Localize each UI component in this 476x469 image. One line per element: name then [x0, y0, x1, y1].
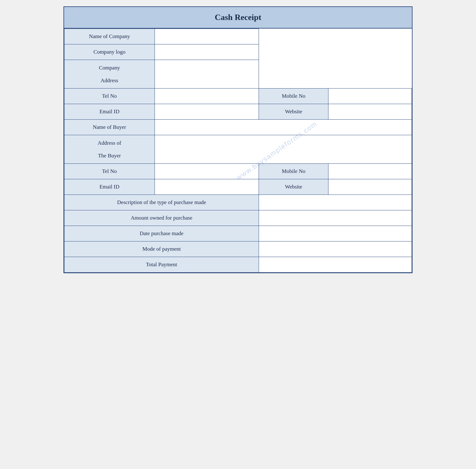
table-row: Name of Company [64, 29, 412, 44]
date-value[interactable] [259, 226, 412, 241]
table-row: Name of Buyer [64, 120, 412, 135]
table-row: Address of The Buyer [64, 135, 412, 164]
table-row: Amount owned for purchase [64, 210, 412, 226]
website-buyer-label: Website [259, 179, 328, 195]
table-row: Company logo [64, 44, 412, 60]
table-row: Email ID Website [64, 104, 412, 120]
tel-no-label: Tel No [64, 89, 155, 104]
email-id-label: Email ID [64, 104, 155, 120]
name-of-buyer-value[interactable] [155, 120, 412, 135]
email-id-buyer-value[interactable] [155, 179, 259, 195]
tel-no-value[interactable] [155, 89, 259, 104]
date-label: Date purchase made [64, 226, 259, 241]
name-of-company-label: Name of Company [64, 29, 155, 44]
table-row: Tel No Mobile No [64, 89, 412, 104]
mobile-no-buyer-label: Mobile No [259, 164, 328, 179]
table-row: Description of the type of purchase made [64, 195, 412, 210]
table-row: Date purchase made [64, 226, 412, 241]
address-of-buyer-value[interactable] [155, 135, 412, 164]
description-label: Description of the type of purchase made [64, 195, 259, 210]
table-row: Email ID Website [64, 179, 412, 195]
company-address-label: Company Address [64, 60, 155, 89]
company-address-line2: Address [101, 77, 118, 83]
mode-label: Mode of payment [64, 241, 259, 257]
mode-value[interactable] [259, 241, 412, 257]
website-value[interactable] [328, 104, 412, 120]
company-logo-value[interactable] [155, 44, 259, 60]
tel-no-buyer-label: Tel No [64, 164, 155, 179]
table-row: Tel No Mobile No [64, 164, 412, 179]
tel-no-buyer-value[interactable] [155, 164, 259, 179]
website-buyer-value[interactable] [328, 179, 412, 195]
address-buyer-line1: Address of [98, 140, 121, 146]
email-id-buyer-label: Email ID [64, 179, 155, 195]
total-label: Total Payment [64, 257, 259, 273]
website-label: Website [259, 104, 328, 120]
company-address-line1: Company [99, 65, 120, 71]
address-buyer-line2: The Buyer [98, 153, 121, 159]
receipt-title: Cash Receipt [64, 7, 412, 29]
total-value[interactable] [259, 257, 412, 273]
company-address-value[interactable] [155, 60, 259, 89]
receipt-container: Cash Receipt www.buysampleforms.com Name… [63, 6, 413, 273]
amount-label: Amount owned for purchase [64, 210, 259, 226]
table-row: Mode of payment [64, 241, 412, 257]
mobile-no-buyer-value[interactable] [328, 164, 412, 179]
table-row: Company Address [64, 60, 412, 89]
name-of-buyer-label: Name of Buyer [64, 120, 155, 135]
mobile-no-value[interactable] [328, 89, 412, 104]
company-logo-label: Company logo [64, 44, 155, 60]
mobile-no-label: Mobile No [259, 89, 328, 104]
description-value[interactable] [259, 195, 412, 210]
address-of-buyer-label: Address of The Buyer [64, 135, 155, 164]
email-id-value[interactable] [155, 104, 259, 120]
name-of-company-value[interactable] [155, 29, 259, 44]
amount-value[interactable] [259, 210, 412, 226]
table-row: Total Payment [64, 257, 412, 273]
